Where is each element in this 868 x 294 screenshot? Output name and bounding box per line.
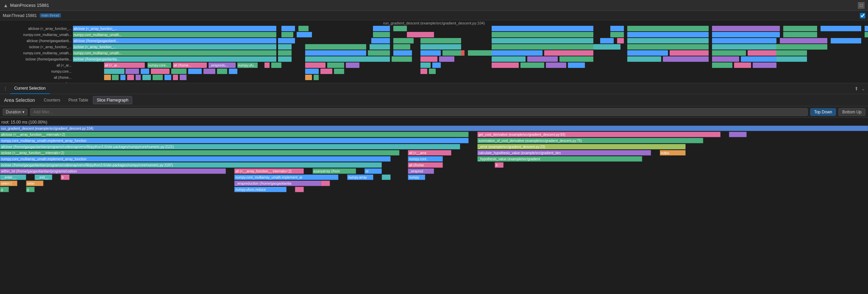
- svg-rect-40: [393, 50, 412, 56]
- fg-row-0[interactable]: run_gradient_descent (example/src/gradie…: [0, 125, 868, 131]
- fg-row-1: allclose (<__array_function__ internals>…: [0, 131, 868, 137]
- svg-rect-113: [546, 62, 566, 68]
- svg-rect-39: [368, 50, 390, 56]
- svg-rect-48: [392, 56, 412, 62]
- svg-rect-73: [120, 75, 125, 80]
- svg-rect-82: [305, 50, 366, 56]
- svg-rect-16: [407, 32, 434, 37]
- svg-rect-127: [712, 56, 739, 62]
- fg-block-numpy-small[interactable]: numpy: [408, 174, 425, 180]
- svg-rect-33: [393, 44, 410, 50]
- fg-block-get-cost-derivative[interactable]: get_cost_derivative (example/src/gradien…: [477, 132, 721, 137]
- slice-flamegraph-tab[interactable]: Slice Flamegraph: [93, 96, 132, 104]
- sort-asc-icon[interactable]: ⬆: [854, 85, 859, 92]
- fg-block-isclose-internals[interactable]: isclose (<__array_function__ internals>:…: [0, 150, 399, 155]
- fg-block-b-2[interactable]: b: [61, 174, 70, 180]
- fg-block-numpy-implement-2[interactable]: numpy.core_multiarray_umath.implement_ar…: [0, 156, 391, 162]
- svg-rect-72: [112, 75, 119, 80]
- fg-block-allclose-home[interactable]: allclose (/home/gaogaotiantian/programs/…: [0, 144, 460, 149]
- svg-rect-68: [203, 69, 215, 74]
- bottom-up-button[interactable]: Bottom Up: [839, 108, 865, 116]
- svg-rect-27: [780, 38, 827, 43]
- svg-rect-94: [420, 50, 441, 56]
- duration-button[interactable]: Duration ▾: [3, 109, 27, 115]
- svg-rect-41: [773, 50, 807, 56]
- fg-block-calculate-hypothesis[interactable]: calculate_hypothesis_value (example/src/…: [477, 150, 651, 155]
- fg-block-re[interactable]: re: [364, 168, 382, 174]
- fg-block-numpy-array[interactable]: numpy.array: [347, 174, 373, 180]
- svg-rect-66: [171, 69, 186, 74]
- fg-block-small-teal[interactable]: [382, 174, 391, 180]
- fg-block-numpy-implement-1[interactable]: numpy.core_multiarray_umath.implement_ar…: [0, 138, 469, 143]
- fg-block-output[interactable]: outpu: [660, 150, 686, 155]
- svg-rect-130: [734, 62, 751, 68]
- tabs-menu-button[interactable]: ⋮: [2, 85, 9, 92]
- fg-block-hypothesis-value[interactable]: _hypothesis_value (example/src/gradient: [477, 156, 642, 162]
- fg-block-small-pink[interactable]: [295, 187, 304, 192]
- fg-block-within-tol[interactable]: within_tol (/home/gaogaotiantian/program…: [0, 168, 226, 174]
- chevron-down-icon[interactable]: ⌄: [861, 85, 866, 92]
- fg-block-wrapreduction-2[interactable]: _wrapreduction (/home/gaogaotiantia: [234, 181, 321, 186]
- fg-block-all-arra[interactable]: all (<__arra: [408, 150, 451, 155]
- svg-rect-75: [136, 75, 141, 80]
- svg-rect-126: [748, 50, 776, 56]
- svg-rect-95: [442, 50, 461, 56]
- fg-block-g-1[interactable]: g: [0, 187, 9, 192]
- fg-block-all-home[interactable]: all (/home: [408, 162, 442, 168]
- fg-block-b-1[interactable]: b: [495, 162, 504, 168]
- svg-rect-107: [544, 50, 593, 56]
- pivot-table-tab[interactable]: Pivot Table: [65, 96, 92, 104]
- svg-rect-4: [298, 26, 309, 31]
- fg-block-error[interactable]: _error (example/src/gradient_descent.py:…: [477, 144, 686, 149]
- toolbar: Duration ▾ Top Down Bottom Up: [0, 106, 868, 118]
- svg-rect-88: [320, 69, 332, 74]
- svg-rect-114: [568, 62, 585, 68]
- fg-block-exit[interactable]: __exit__: [35, 174, 52, 180]
- svg-rect-38: [278, 50, 292, 56]
- fg-block-wrapred[interactable]: _wrapred: [408, 168, 434, 174]
- thread-checkbox[interactable]: [860, 13, 865, 18]
- svg-rect-14: [297, 32, 312, 37]
- svg-rect-87: [305, 69, 319, 74]
- svg-rect-63: [125, 69, 139, 74]
- svg-rect-35: [776, 44, 827, 50]
- tab-current-selection[interactable]: Current Selection: [10, 83, 50, 94]
- counters-tab[interactable]: Counters: [40, 96, 64, 104]
- svg-rect-90: [305, 75, 312, 80]
- title-bar-controls: □: [858, 2, 865, 9]
- title-bar: ▲ MainProcess 15881 □: [0, 0, 868, 11]
- fg-block-asanyarray[interactable]: asanyarray (/hom: [313, 168, 356, 174]
- filter-input[interactable]: [30, 108, 808, 116]
- fg-block-numpy-implement-ar[interactable]: numpy.core_multiarray_umath.implement_ar: [234, 174, 338, 180]
- svg-rect-117: [627, 38, 709, 43]
- svg-rect-3: [281, 26, 295, 31]
- title-bar-title: MainProcess 15881: [10, 3, 49, 8]
- svg-rect-10: [821, 26, 861, 31]
- svg-rect-13: [281, 32, 293, 37]
- svg-rect-26: [617, 38, 624, 43]
- fg-block-summation[interactable]: summation_of_cost_derivative (example/sr…: [477, 138, 703, 143]
- fg-block-numpy-core-small[interactable]: numpy.core.: [408, 156, 442, 162]
- fg-block-all-internals-2[interactable]: all (<__array_function__ internals>:2): [234, 168, 304, 174]
- flame-chart-svg[interactable]: allclose (<_array_function_... numpy.cor…: [0, 25, 868, 83]
- fg-block-enter[interactable]: __enter__: [0, 174, 26, 180]
- fg-block-run-gradient[interactable]: run_gradient_descent (example/src/gradie…: [0, 126, 868, 131]
- top-down-button[interactable]: Top Down: [810, 108, 836, 116]
- svg-rect-64: [141, 69, 149, 74]
- svg-rect-131: [753, 62, 776, 68]
- flame-chart-labels: allclose (<_array_function_... numpy.cor…: [0, 26, 73, 83]
- fg-row-9b: _wrapreduction (/home/gaogaotiantia: [0, 180, 868, 186]
- svg-rect-104: [492, 38, 593, 43]
- svg-rect-121: [627, 56, 661, 62]
- maximize-button[interactable]: □: [858, 2, 865, 9]
- fg-block-allclose-internals[interactable]: allclose (<__array_function__ internals>…: [0, 132, 469, 137]
- fg-block-g-2[interactable]: g: [26, 187, 35, 192]
- svg-rect-61: [271, 62, 281, 68]
- svg-rect-80: [180, 75, 186, 80]
- fg-block-purple-1[interactable]: [729, 132, 746, 137]
- svg-rect-65: [151, 69, 170, 74]
- svg-rect-25: [600, 38, 614, 43]
- svg-rect-46: [278, 56, 292, 62]
- fg-block-ufunc-reduce[interactable]: numpy.ufunc.reduce: [234, 187, 287, 192]
- fg-block-isclose-home[interactable]: isclose (/home/gaogaotiantian/programs/c…: [0, 162, 382, 168]
